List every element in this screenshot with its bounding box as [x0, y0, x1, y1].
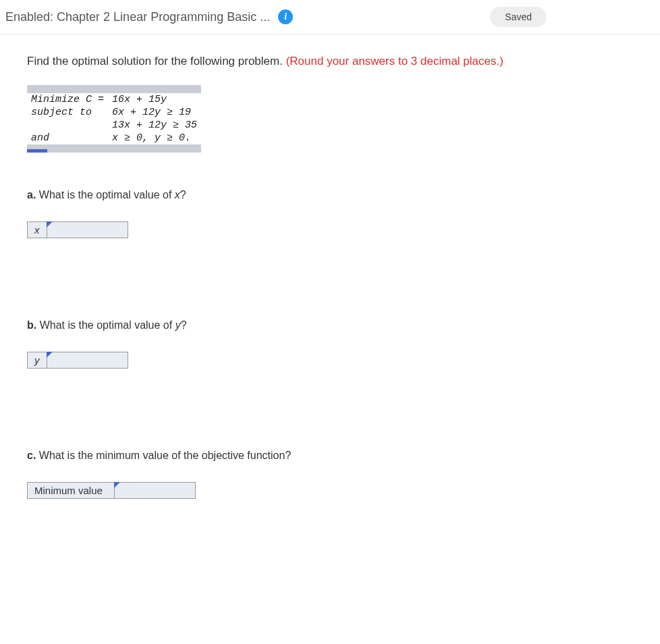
q-a-text: What is the optimal value of	[36, 189, 174, 200]
x-input[interactable]	[47, 223, 128, 238]
answer-row-c: Minimum value	[27, 482, 633, 499]
question-b-label: b. What is the optimal value of y?	[27, 319, 633, 331]
question-b: b. What is the optimal value of y? y	[27, 319, 633, 369]
answer-label-min: Minimum value	[27, 482, 115, 499]
y-input[interactable]	[47, 353, 128, 368]
answer-label-x: x	[27, 221, 47, 238]
answer-input-wrap-x	[47, 221, 128, 238]
answer-input-wrap-y	[47, 352, 128, 369]
question-a-label: a. What is the optimal value of x?	[27, 189, 633, 201]
saved-badge: Saved	[490, 7, 547, 27]
q-b-var: y	[175, 319, 181, 331]
problem-r2c1: subject to	[27, 106, 108, 119]
problem-r1c2: 16x + 15y	[108, 93, 201, 106]
page-header: Enabled: Chapter 2 Linear Programming Ba…	[0, 0, 660, 34]
q-c-text: What is the minimum value of the objecti…	[36, 450, 291, 461]
problem-r4c2: x ≥ 0, y ≥ 0.	[108, 132, 201, 144]
problem-r3c1	[27, 119, 108, 132]
intro-note: (Round your answers to 3 decimal places.…	[286, 55, 503, 68]
question-a: a. What is the optimal value of x? x	[27, 189, 633, 238]
answer-label-y: y	[27, 352, 47, 369]
q-a-letter: a.	[27, 189, 36, 200]
problem-r2c2: 6x + 12y ≥ 19	[108, 106, 201, 119]
assignment-title: Enabled: Chapter 2 Linear Programming Ba…	[5, 10, 270, 24]
min-value-input[interactable]	[115, 483, 195, 498]
answer-row-a: x	[27, 221, 633, 238]
question-c-label: c. What is the minimum value of the obje…	[27, 450, 633, 462]
q-b-text: What is the optimal value of	[36, 319, 175, 331]
problem-r4c1: and	[27, 132, 108, 144]
q-a-var: x	[175, 189, 180, 200]
intro-text: Find the optimal solution for the follow…	[27, 55, 286, 68]
content-area: Find the optimal solution for the follow…	[0, 34, 660, 533]
problem-intro: Find the optimal solution for the follow…	[27, 55, 633, 68]
q-b-qmark: ?	[181, 319, 187, 331]
answer-input-wrap-min	[115, 482, 196, 499]
problem-r1c1: Minimize C =	[27, 93, 108, 106]
q-c-letter: c.	[27, 450, 36, 461]
info-icon[interactable]: i	[278, 9, 293, 24]
q-b-letter: b.	[27, 319, 36, 331]
answer-row-b: y	[27, 352, 633, 369]
problem-statement: Minimize C = 16x + 15y subject to 6x + 1…	[27, 85, 201, 153]
problem-r3c2: 13x + 12y ≥ 35	[108, 119, 201, 132]
q-a-qmark: ?	[180, 189, 186, 200]
question-c: c. What is the minimum value of the obje…	[27, 450, 633, 499]
